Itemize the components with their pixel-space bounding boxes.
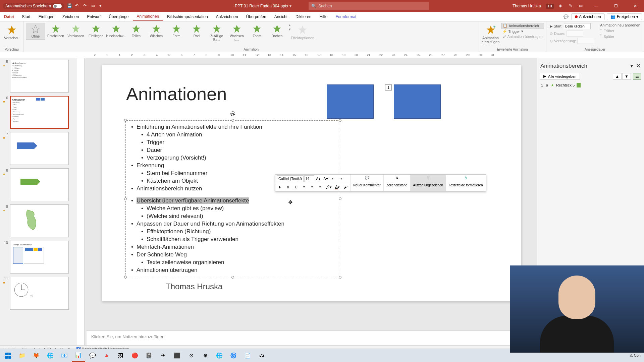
tab-help[interactable]: Hilfe (315, 12, 331, 21)
record-button[interactable]: Aufzeichnen (571, 13, 605, 20)
bullet-selected[interactable]: Übersicht über verfügbare Animationseffe… (131, 197, 334, 205)
bullets-button[interactable]: ☰ Aufzählungszeichen (410, 175, 446, 191)
underline-button[interactable]: U (293, 184, 300, 190)
save-icon[interactable]: 💾 (67, 3, 72, 9)
effect-growspin[interactable]: Wachsen u... (227, 23, 247, 43)
animation-list-item[interactable]: 1 🖱 ★ Rechteck 5 (540, 82, 641, 88)
app-icon-8[interactable]: 📄 (241, 350, 254, 362)
close-button[interactable]: ✕ (628, 0, 643, 12)
ribbon-options-icon[interactable]: ▭ (579, 3, 584, 9)
effect-randombars[interactable]: Zufällige Ba... (207, 23, 226, 43)
comments-icon[interactable]: 💬 (564, 14, 569, 19)
outlook-icon[interactable]: 📧 (58, 350, 71, 362)
animation-pane-toggle[interactable]: 📋 Animationsbereich (501, 23, 544, 28)
text-effects-button[interactable]: A Texteffekte formatieren (446, 175, 486, 191)
tab-home[interactable]: Start (18, 12, 34, 21)
tab-insert[interactable]: Einfügen (35, 12, 58, 21)
line-spacing-button[interactable]: ⇅ Zeilenabstand (383, 175, 410, 191)
bullet[interactable]: Trigger (141, 139, 334, 146)
move-up-button[interactable]: ▲ (613, 73, 622, 80)
telegram-icon[interactable]: ✈ (156, 350, 170, 362)
align-center-icon[interactable]: ≡ (309, 184, 316, 190)
thumb-7[interactable]: 7★ (3, 132, 74, 165)
edge-icon[interactable]: 🌀 (227, 350, 240, 362)
maximize-button[interactable]: ☐ (608, 0, 623, 12)
pane-close-icon[interactable]: ✕ (636, 62, 641, 69)
redo-icon[interactable]: ↷ (83, 3, 89, 9)
share-button[interactable]: 👥Freigeben▾ (607, 13, 642, 20)
thumb-6[interactable]: 6★ Animationen • Einführung• 4 Arten• Tr… (3, 96, 74, 129)
bullet[interactable]: Texte zeilenweise organisieren (141, 259, 334, 266)
effect-floatin[interactable]: Hineinschw... (106, 23, 126, 39)
tab-file[interactable]: Datei (0, 12, 18, 21)
ink-icon[interactable]: ✎ (569, 3, 574, 9)
slide-canvas[interactable]: Animationen ⟳ Einführung in Animationsef… (77, 58, 537, 345)
tab-view[interactable]: Ansicht (270, 12, 291, 21)
effect-shape[interactable]: Form (167, 23, 186, 39)
taskbar-corner[interactable]: ⚠ Con (630, 353, 643, 358)
new-comment-button[interactable]: 💬 Neuer Kommentar (350, 175, 383, 191)
bullet[interactable]: Welche Arten gibt es (preview) (141, 205, 334, 213)
thumb-8[interactable]: 8★ (3, 168, 74, 201)
vlc-icon[interactable]: 🔺 (100, 350, 113, 362)
bullet[interactable]: Anpassen der Dauer und Richtung von Anim… (131, 220, 334, 228)
bullet[interactable]: Schaltflächen als Trigger verwenden (141, 236, 334, 243)
start-button[interactable] (1, 350, 15, 362)
app-icon-2[interactable]: 🖼 (114, 350, 127, 362)
undo-icon[interactable]: ↶ (75, 3, 80, 9)
bullet[interactable]: Animationen übertragen (131, 266, 334, 274)
italic-button[interactable]: K (285, 184, 291, 190)
bullet[interactable]: Dauer (141, 146, 334, 154)
font-color-icon[interactable]: A▾ (334, 184, 341, 190)
chrome-icon[interactable]: 🌐 (44, 350, 57, 362)
effect-flyin[interactable]: Einfliegen (86, 23, 106, 39)
effect-wipe[interactable]: Wischen (147, 23, 166, 39)
effect-wheel[interactable]: Rad (187, 23, 206, 39)
play-all-button[interactable]: ▶ Alle wiedergeben (540, 73, 580, 80)
search-box[interactable]: 🔍 (309, 2, 429, 10)
trigger-button[interactable]: ⚡ Trigger ▾ (501, 29, 544, 34)
bullet[interactable]: Mehrfach-Animationen (131, 243, 334, 251)
user-avatar[interactable]: TH (546, 4, 554, 9)
mini-size-select[interactable] (304, 175, 314, 182)
pane-options-icon[interactable]: ⚏ (633, 73, 641, 80)
format-painter-icon[interactable]: 🖌 (342, 184, 349, 190)
autosave-toggle[interactable]: Automatisches Speichern (3, 3, 64, 9)
notes-pane[interactable]: Klicken Sie, um Notizen hinzuzufügen (87, 330, 537, 345)
pane-collapse-icon[interactable]: ▾ (630, 62, 633, 69)
effect-spin[interactable]: Drehen (267, 23, 287, 39)
app-icon-4[interactable]: ⬛ (170, 350, 184, 362)
app-icon[interactable]: 💬 (86, 350, 99, 362)
bullet[interactable]: Verzögerung (Vorsicht!) (141, 154, 334, 162)
slide-author[interactable]: Thomas Hruska (166, 282, 222, 291)
app-icon-3[interactable]: 🔴 (128, 350, 142, 362)
animation-number-tag[interactable]: 1 (385, 84, 392, 90)
tab-dictate[interactable]: Diktieren (291, 12, 315, 21)
thumb-11[interactable]: 11★ ♡ (3, 277, 74, 310)
bullet[interactable]: Erkennung (131, 162, 334, 170)
preview-button[interactable]: Vorschau (2, 23, 21, 42)
username[interactable]: Thomas Hruska (513, 4, 541, 8)
tab-format[interactable]: Formformat (331, 12, 360, 21)
effect-split[interactable]: Teilen (126, 23, 146, 39)
coming-soon-icon[interactable]: ◈ (559, 3, 564, 9)
effect-zoom[interactable]: Zoom (247, 23, 267, 39)
increase-indent-icon[interactable]: ⇥ (337, 175, 344, 182)
effects-gallery-more[interactable]: ▸▾ (287, 23, 292, 32)
slide-body-textbox[interactable]: ⟳ Einführung in Animationseffekte und ih… (125, 120, 340, 277)
app-icon-6[interactable]: ⊕ (199, 350, 212, 362)
tab-animations[interactable]: Animationen (133, 12, 163, 21)
thumb-9[interactable]: 9★ (3, 204, 74, 237)
toggle-switch[interactable] (53, 4, 62, 8)
effect-fade[interactable]: Verblassen (66, 23, 86, 39)
filename[interactable]: PPT 01 Roter Faden 004.pptx ▾ (235, 4, 291, 8)
tab-design[interactable]: Entwurf (83, 12, 105, 21)
align-left-icon[interactable]: ≡ (301, 184, 308, 190)
bullet[interactable]: Effektoptionen (Richtung) (141, 228, 334, 236)
tab-record[interactable]: Aufzeichnen (212, 12, 242, 21)
firefox-icon[interactable]: 🦊 (30, 350, 43, 362)
mini-font-select[interactable] (277, 175, 304, 182)
explorer-icon[interactable]: 📁 (15, 350, 29, 362)
move-down-button[interactable]: ▼ (622, 73, 631, 80)
tab-transitions[interactable]: Übergänge (105, 12, 132, 21)
